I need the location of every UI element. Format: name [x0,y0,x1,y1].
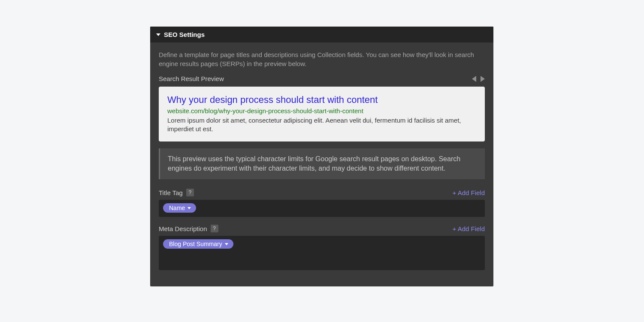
chevron-down-icon [187,207,191,209]
meta-description-header: Meta Description ? + Add Field [159,225,485,232]
preview-label: Search Result Preview [159,75,224,82]
title-tag-label-wrap: Title Tag ? [159,189,194,196]
title-tag-chip[interactable]: Name [163,203,196,213]
panel-body: Define a template for page titles and de… [150,42,493,286]
title-tag-label: Title Tag [159,189,183,196]
title-tag-add-field-button[interactable]: + Add Field [453,189,485,196]
meta-description-add-field-button[interactable]: + Add Field [453,225,485,232]
intro-text: Define a template for page titles and de… [159,50,485,68]
chip-label: Blog Post Summary [169,241,222,247]
serp-preview: Why your design process should start wit… [159,87,485,141]
title-tag-input[interactable]: Name [159,200,485,217]
meta-description-chip[interactable]: Blog Post Summary [163,239,233,249]
serp-title: Why your design process should start wit… [167,94,476,105]
preview-note: This preview uses the typical character … [159,148,485,180]
preview-header-row: Search Result Preview [159,75,485,82]
collapse-icon [156,33,160,36]
next-arrow-icon[interactable] [481,76,485,82]
serp-url: website.com/blog/why-your-design-process… [167,107,476,114]
serp-description: Lorem ipsum dolor sit amet, consectetur … [167,116,476,134]
prev-arrow-icon[interactable] [472,76,476,82]
seo-settings-panel: SEO Settings Define a template for page … [150,27,493,286]
chevron-down-icon [225,243,228,245]
title-tag-help-icon[interactable]: ? [186,189,194,196]
meta-description-label-wrap: Meta Description ? [159,225,218,232]
panel-header[interactable]: SEO Settings [150,27,493,42]
chip-label: Name [169,205,185,211]
preview-nav [472,76,485,82]
meta-description-input[interactable]: Blog Post Summary [159,236,485,270]
title-tag-header: Title Tag ? + Add Field [159,189,485,196]
meta-description-help-icon[interactable]: ? [211,225,218,232]
meta-description-label: Meta Description [159,225,207,232]
panel-title: SEO Settings [164,31,205,38]
